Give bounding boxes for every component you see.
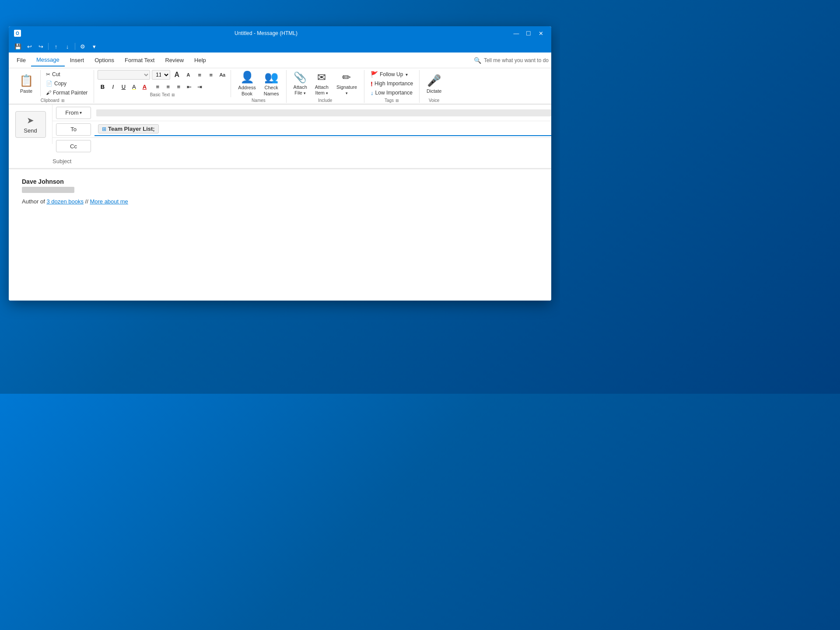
check-names-button[interactable]: 👥 CheckNames xyxy=(260,70,283,97)
app-icon: O xyxy=(14,30,21,37)
align-center-button[interactable]: ≡ xyxy=(163,82,173,91)
number-list-button[interactable]: ≡ xyxy=(206,70,216,80)
indent-increase-button[interactable]: ⇥ xyxy=(195,82,204,91)
basic-text-label: Basic Text ⊞ xyxy=(150,92,175,97)
copy-label: Copy xyxy=(54,80,66,87)
subject-input[interactable] xyxy=(86,156,548,166)
cut-button[interactable]: ✂ Cut xyxy=(43,70,90,79)
qat-redo-button[interactable]: ↪ xyxy=(36,42,46,51)
attach-file-button[interactable]: 📎 AttachFile ▾ xyxy=(290,70,311,97)
window-controls: — ☐ ✕ xyxy=(511,28,546,38)
cut-label: Cut xyxy=(52,71,60,77)
clipboard-group: 📋 Paste ✂ Cut 📄 Copy xyxy=(11,70,94,103)
format-painter-button[interactable]: 🖌 Format Painter xyxy=(43,88,90,97)
paste-button[interactable]: 📋 Paste xyxy=(15,70,38,97)
cc-input[interactable] xyxy=(94,141,551,151)
qat-settings-button[interactable]: ⚙ xyxy=(78,42,88,51)
font-name-select[interactable] xyxy=(98,70,150,80)
menu-help[interactable]: Help xyxy=(189,54,211,66)
voice-label: Voice xyxy=(429,98,439,103)
qat-up-button[interactable]: ↑ xyxy=(51,42,61,51)
paste-icon: 📋 xyxy=(19,74,33,88)
clear-format-button[interactable]: Aa xyxy=(217,70,227,80)
dictate-button[interactable]: 🎤 Dictate xyxy=(423,70,445,97)
underline-button[interactable]: U xyxy=(119,82,128,91)
clipboard-group-content: 📋 Paste ✂ Cut 📄 Copy xyxy=(15,70,90,97)
attach-item-button[interactable]: ✉ AttachItem ▾ xyxy=(312,70,332,97)
menu-message[interactable]: Message xyxy=(31,54,65,66)
italic-button[interactable]: I xyxy=(108,82,118,91)
qat-down-button[interactable]: ↓ xyxy=(63,42,72,51)
grow-font-button[interactable]: A xyxy=(172,70,182,80)
shrink-font-button[interactable]: A xyxy=(183,70,193,80)
send-btn-area: ➤ Send xyxy=(9,105,52,144)
search-placeholder[interactable]: Tell me what you want to do xyxy=(484,57,549,63)
to-button[interactable]: To xyxy=(56,123,91,136)
voice-group-content: 🎤 Dictate xyxy=(423,70,445,97)
tags-group-content: 🚩 Follow Up ▾ ! High Importance ↓ Low Im… xyxy=(368,70,416,97)
bullet-list-button[interactable]: ≡ xyxy=(195,70,204,80)
tags-expand[interactable]: ⊞ xyxy=(396,98,399,103)
format-row: B I U A A ≡ ≡ ≡ ⇤ ⇥ xyxy=(98,82,204,91)
copy-icon: 📄 xyxy=(46,80,52,87)
menu-options[interactable]: Options xyxy=(89,54,119,66)
names-label: Names xyxy=(252,98,266,103)
basic-text-group: 11 A A ≡ ≡ Aa B I U A A xyxy=(94,70,231,97)
indent-decrease-button[interactable]: ⇤ xyxy=(184,82,194,91)
subject-row: Subject xyxy=(9,154,551,168)
attach-file-label: AttachFile ▾ xyxy=(294,84,307,96)
qat-separator-1 xyxy=(48,43,49,50)
signature-name: Dave Johnson xyxy=(22,178,538,185)
cc-row: Cc xyxy=(52,138,551,154)
maximize-button[interactable]: ☐ xyxy=(523,28,534,38)
email-body[interactable]: Dave Johnson Author of 3 dozen books // … xyxy=(9,169,551,301)
check-names-label: CheckNames xyxy=(264,85,279,96)
from-value xyxy=(96,109,551,116)
sig-link-about[interactable]: More about me xyxy=(90,198,128,205)
send-icon: ➤ xyxy=(27,115,34,126)
align-left-button[interactable]: ≡ xyxy=(153,82,162,91)
cc-button[interactable]: Cc xyxy=(56,140,91,152)
low-importance-button[interactable]: ↓ Low Importance xyxy=(368,88,416,97)
format-painter-icon: 🖌 xyxy=(46,90,51,96)
basic-text-expand[interactable]: ⊞ xyxy=(172,93,175,97)
align-right-button[interactable]: ≡ xyxy=(174,82,183,91)
ribbon-content: 📋 Paste ✂ Cut 📄 Copy xyxy=(11,70,549,103)
sig-text: Author of xyxy=(22,198,46,205)
copy-button[interactable]: 📄 Copy xyxy=(43,79,90,88)
title-bar: O Untitled - Message (HTML) — ☐ ✕ xyxy=(9,26,551,40)
minimize-button[interactable]: — xyxy=(511,28,522,38)
clipboard-small-stack: ✂ Cut 📄 Copy 🖌 Format Painter xyxy=(43,70,90,97)
high-importance-button[interactable]: ! High Importance xyxy=(368,79,416,88)
font-size-select[interactable]: 11 xyxy=(152,70,170,80)
to-value: Team Player List; xyxy=(108,126,155,132)
close-button[interactable]: ✕ xyxy=(536,28,546,38)
bold-button[interactable]: B xyxy=(98,82,107,91)
signature-button[interactable]: ✏ Signature▾ xyxy=(333,70,360,97)
qat-dropdown-button[interactable]: ▾ xyxy=(89,42,99,51)
qat-undo-button[interactable]: ↩ xyxy=(24,42,34,51)
tag-icon: ⊞ xyxy=(102,126,106,132)
quick-access-toolbar: 💾 ↩ ↪ ↑ ↓ ⚙ ▾ xyxy=(9,40,551,52)
menu-insert[interactable]: Insert xyxy=(65,54,90,66)
clipboard-expand[interactable]: ⊞ xyxy=(61,98,65,103)
font-color-button[interactable]: A xyxy=(140,82,149,91)
address-book-button[interactable]: 👤 AddressBook xyxy=(234,70,259,97)
menu-format-text[interactable]: Format Text xyxy=(119,54,160,66)
to-tag-badge: ⊞ Team Player List; xyxy=(98,124,159,133)
follow-up-button[interactable]: 🚩 Follow Up ▾ xyxy=(368,70,416,79)
title-bar-left: O xyxy=(14,30,21,37)
paste-label: Paste xyxy=(20,88,32,94)
sig-link-books[interactable]: 3 dozen books xyxy=(46,198,84,205)
sig-separator: // xyxy=(84,198,90,205)
menu-file[interactable]: File xyxy=(11,54,31,66)
menu-review[interactable]: Review xyxy=(160,54,189,66)
qat-save-button[interactable]: 💾 xyxy=(13,42,23,51)
highlight-button[interactable]: A xyxy=(129,82,139,91)
from-button[interactable]: From ▾ xyxy=(56,107,91,119)
to-field[interactable]: ⊞ Team Player List; xyxy=(94,122,551,136)
menu-search-area: 🔍 Tell me what you want to do xyxy=(474,57,549,64)
include-group: 📎 AttachFile ▾ ✉ AttachItem ▾ ✏ Signatur… xyxy=(287,70,364,103)
send-button[interactable]: ➤ Send xyxy=(15,111,46,138)
qat-separator-2 xyxy=(75,43,75,50)
